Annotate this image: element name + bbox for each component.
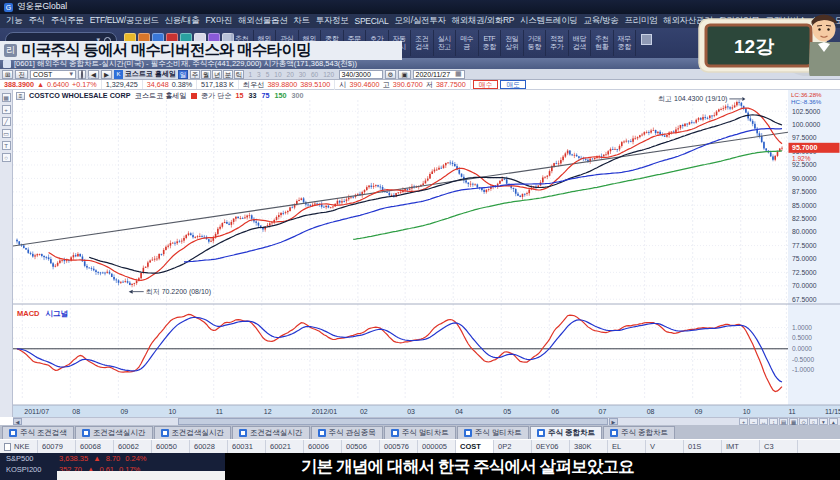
- quick-button-16[interactable]: 추천현황: [591, 30, 614, 56]
- code-tab-60031[interactable]: 60031: [228, 440, 266, 453]
- menu-item-5[interactable]: FX마진: [205, 15, 232, 27]
- scroll-tool-icon-1[interactable]: −: [749, 418, 758, 425]
- code-tab-0P2[interactable]: 0P2: [494, 440, 532, 453]
- code-tab-COST[interactable]: COST: [456, 440, 494, 453]
- sell-button[interactable]: 매도: [500, 80, 526, 89]
- code-tab-V[interactable]: V: [646, 440, 684, 453]
- minute-option-2[interactable]: 5: [263, 71, 272, 78]
- symbol-input[interactable]: COST ▾: [30, 70, 76, 79]
- chart-tool-icon-3[interactable]: ▭: [2, 129, 11, 138]
- candle-count-input[interactable]: 340/3000: [339, 70, 383, 79]
- code-tab-380K[interactable]: 380K: [570, 440, 608, 453]
- minute-option-3[interactable]: 10: [272, 71, 284, 78]
- quick-button-11[interactable]: ETF종합: [479, 30, 502, 56]
- window-tab-8[interactable]: 주식 종합차트: [603, 426, 675, 439]
- minute-option-7[interactable]: 120: [321, 71, 337, 78]
- quick-button-14[interactable]: 적정주가: [546, 30, 569, 56]
- menu-item-13[interactable]: 교육/방송: [584, 15, 619, 27]
- code-tab-60021[interactable]: 60021: [266, 440, 304, 453]
- period-button-1[interactable]: 월: [201, 70, 211, 79]
- window-tab-0[interactable]: 주식 조건검색: [2, 426, 74, 439]
- scroll-tool-icon-7[interactable]: ○: [809, 418, 818, 425]
- menu-item-9[interactable]: SPECIAL: [355, 16, 389, 26]
- minute-option-5[interactable]: 30: [296, 71, 308, 78]
- window-tab-2[interactable]: 조건검색실시간: [154, 426, 232, 439]
- code-tab-60068[interactable]: 60068: [76, 440, 114, 453]
- quick-button-17[interactable]: 재무종합: [614, 30, 637, 56]
- menu-item-7[interactable]: 차트: [293, 15, 309, 27]
- code-tab-EL[interactable]: EL: [608, 440, 646, 453]
- scroll-tool-icon-6[interactable]: ◇: [799, 418, 808, 425]
- symbol-search-button[interactable]: [78, 70, 86, 79]
- menu-item-11[interactable]: 해외채권/외화RP: [452, 15, 514, 27]
- window-tab-7[interactable]: 주식 종합차트: [530, 426, 602, 439]
- chart-tool-icon-1[interactable]: +: [2, 105, 11, 114]
- window-tab-3[interactable]: 조건검색실시간: [232, 426, 310, 439]
- chart-tool-icon-4[interactable]: T: [2, 141, 11, 150]
- menu-item-4[interactable]: 신용/대출: [165, 15, 200, 27]
- calendar-icon[interactable]: ▦: [455, 70, 462, 78]
- minute-option-4[interactable]: 20: [284, 71, 296, 78]
- toolbar-more-button[interactable]: [641, 34, 652, 45]
- chart-tool-icon-5[interactable]: ○: [2, 153, 11, 162]
- buy-button[interactable]: 매수: [473, 80, 499, 89]
- quick-button-10[interactable]: 매수금: [456, 30, 479, 56]
- code-tab-NKE[interactable]: NKE: [0, 440, 38, 453]
- scroll-tool-icon-9[interactable]: ▴: [829, 418, 838, 425]
- menu-item-0[interactable]: 기능: [6, 15, 22, 27]
- chart-scrollbar[interactable]: ◀ ▶ +−↔↕▤▦◇○▾▴: [13, 417, 840, 425]
- code-tab-60079[interactable]: 60079: [38, 440, 76, 453]
- legend-menu-icon[interactable]: ≡: [16, 92, 25, 100]
- period-button-2[interactable]: 년: [212, 70, 222, 79]
- code-tab-C3[interactable]: C3: [760, 440, 798, 453]
- period-daily-button[interactable]: 일: [178, 70, 188, 79]
- chevron-down-icon[interactable]: ▾: [69, 70, 73, 78]
- quick-button-15[interactable]: 배당검색: [569, 30, 592, 56]
- menu-item-10[interactable]: 모의/실전투자: [394, 15, 445, 27]
- code-tab-01S[interactable]: 01S: [684, 440, 722, 453]
- scroll-tool-icon-2[interactable]: ↔: [759, 418, 768, 425]
- menu-item-8[interactable]: 투자정보: [316, 15, 349, 27]
- code-tab-000576[interactable]: 000576: [380, 440, 418, 453]
- chart-tool-icon-0[interactable]: ▦: [2, 93, 11, 102]
- menu-item-14[interactable]: 프리미엄: [624, 15, 657, 27]
- chart-save-icon[interactable]: ▣: [398, 70, 410, 79]
- jun-button[interactable]: 전: [15, 70, 28, 79]
- quick-button-13[interactable]: 거래동향: [524, 30, 547, 56]
- window-tab-1[interactable]: 조건검색실시간: [75, 426, 153, 439]
- menu-item-12[interactable]: 시스템트레이딩: [520, 15, 577, 27]
- window-tab-6[interactable]: 주식 멀티차트: [457, 426, 529, 439]
- scrollbar-thumb[interactable]: [178, 418, 608, 425]
- code-tab-IMT[interactable]: IMT: [722, 440, 760, 453]
- code-tab-60028[interactable]: 60028: [190, 440, 228, 453]
- period-button-3[interactable]: 분: [223, 70, 233, 79]
- window-tab-5[interactable]: 주식 멀티차트: [384, 426, 456, 439]
- scroll-left-icon[interactable]: ◀: [13, 418, 22, 425]
- scroll-tool-icon-5[interactable]: ▦: [789, 418, 798, 425]
- period-button-4[interactable]: 틱: [234, 70, 244, 79]
- price-chart[interactable]: 102.5000100.000097.500095.000092.500090.…: [13, 90, 840, 425]
- code-tab-000005[interactable]: 000005: [418, 440, 456, 453]
- window-tab-4[interactable]: 주식 관심종목: [311, 426, 383, 439]
- date-picker[interactable]: 2020/11/27 ▦: [413, 70, 465, 79]
- chart-settings-icon[interactable]: ⚙: [385, 70, 397, 79]
- chart-tool-icon-2[interactable]: ╱: [2, 117, 11, 126]
- code-tab-00506[interactable]: 00506: [342, 440, 380, 453]
- minute-option-1[interactable]: 3: [255, 71, 264, 78]
- scroll-right-icon[interactable]: ▶: [609, 418, 618, 425]
- menu-item-2[interactable]: 주식주문: [51, 15, 84, 27]
- minute-option-0[interactable]: 1: [246, 71, 255, 78]
- quick-button-9[interactable]: 실시잔고: [434, 30, 457, 56]
- menu-item-6[interactable]: 해외선물옵션: [238, 15, 287, 27]
- code-tab-0EY06[interactable]: 0EY06: [532, 440, 570, 453]
- code-tab-60062[interactable]: 60062: [114, 440, 152, 453]
- scroll-tool-icon-8[interactable]: ▾: [819, 418, 828, 425]
- scroll-tool-icon-0[interactable]: +: [739, 418, 748, 425]
- scroll-tool-icon-3[interactable]: ↕: [769, 418, 778, 425]
- quick-button-8[interactable]: 조건검색: [411, 30, 434, 56]
- menu-item-1[interactable]: 주식: [28, 15, 44, 27]
- period-button-0[interactable]: 주: [190, 70, 200, 79]
- code-tab-60050[interactable]: 60050: [152, 440, 190, 453]
- scroll-tool-icon-4[interactable]: ▤: [779, 418, 788, 425]
- next-symbol-button[interactable]: ▶: [101, 70, 112, 79]
